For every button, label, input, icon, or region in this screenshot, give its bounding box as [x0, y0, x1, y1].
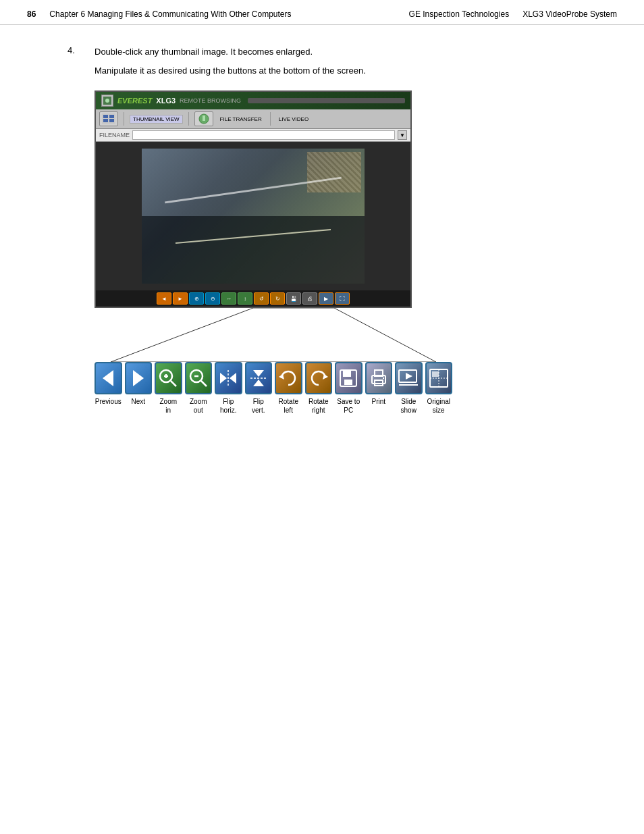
image-svg: [142, 149, 365, 284]
label-flip-vert: Flipvert.: [245, 397, 273, 415]
main-image: [142, 149, 365, 284]
thumbnail-tab[interactable]: THUMBNAIL VIEW: [130, 115, 183, 124]
xlg3-rotl-btn[interactable]: ↺: [254, 292, 269, 305]
everest-label: EVEREST: [117, 97, 152, 105]
svg-rect-39: [383, 377, 384, 379]
label-zoom-out: Zoomout: [185, 397, 213, 415]
address-input[interactable]: [132, 130, 395, 140]
step-number: 4.: [68, 45, 88, 59]
svg-line-21: [171, 381, 176, 386]
xlg3-slide-btn[interactable]: ▶: [319, 292, 333, 305]
label-next: Next: [125, 397, 153, 415]
header-bar: 86 Chapter 6 Managing Files & Communicat…: [0, 0, 644, 25]
svg-rect-11: [277, 155, 358, 209]
svg-marker-41: [406, 373, 412, 380]
xlg3-print-btn[interactable]: 🖨: [302, 292, 317, 305]
print-button[interactable]: [365, 362, 393, 394]
screenshot-area: EVEREST XLG3 REMOTE BROWSING TH: [95, 90, 452, 415]
label-previous: Previous: [95, 397, 122, 415]
next-button[interactable]: [125, 362, 153, 394]
header-right: GE Inspection Technologies XLG3 VideoPro…: [409, 9, 617, 19]
label-slide-show: Slideshow: [395, 397, 423, 415]
toolbar-sep-1: [124, 112, 124, 126]
xlg3-bottom-toolbar: ◄ ► ⊕ ⊖ ↔ ↕ ↺ ↻ 💾 🖨 ▶ ⛶: [96, 290, 410, 307]
xlg3-next-btn[interactable]: ►: [173, 292, 188, 305]
xlg3-flipv-btn[interactable]: ↕: [238, 292, 252, 305]
page-number: 86: [27, 9, 36, 19]
xlg3-zoomin-btn[interactable]: ⊕: [189, 292, 204, 305]
xlg3-titlebar: EVEREST XLG3 REMOTE BROWSING: [96, 92, 410, 109]
svg-marker-26: [230, 373, 236, 384]
svg-rect-9: [142, 216, 365, 284]
prev-button[interactable]: [95, 362, 122, 394]
svg-rect-3: [103, 115, 108, 118]
xlg3-orig-btn[interactable]: ⛶: [335, 292, 350, 305]
svg-marker-16: [103, 370, 113, 386]
label-rotate-left: Rotateleft: [275, 397, 302, 415]
expanded-toolbar: [95, 362, 452, 394]
brand-name: GE Inspection Technologies: [409, 9, 510, 19]
svg-rect-34: [343, 370, 351, 377]
step-main-text: Double-click any thumbnail image. It bec…: [95, 45, 313, 59]
label-original-size: Originalsize: [425, 397, 453, 415]
chapter-title: Chapter 6 Managing Files & Communicating…: [49, 9, 408, 19]
xlg3-image-area: [96, 142, 410, 290]
toolbar-sep-2: [188, 112, 189, 126]
flip-horiz-button[interactable]: [215, 362, 242, 394]
main-content: 4. Double-click any thumbnail image. It …: [0, 25, 644, 435]
rotate-left-button[interactable]: [275, 362, 302, 394]
file-transfer-tab[interactable]: FILE TRANSFER: [217, 115, 265, 123]
original-size-button[interactable]: [425, 362, 453, 394]
svg-marker-29: [253, 380, 264, 386]
svg-marker-25: [220, 373, 227, 384]
flip-vert-button[interactable]: [245, 362, 273, 394]
label-flip-horiz: Fliphoriz.: [215, 397, 242, 415]
file-transfer-icon[interactable]: [194, 111, 213, 126]
svg-rect-44: [432, 371, 439, 377]
svg-rect-5: [109, 115, 114, 118]
label-rotate-right: Rotateright: [305, 397, 333, 415]
svg-rect-35: [344, 380, 352, 385]
remote-label: REMOTE BROWSING: [180, 97, 241, 104]
live-video-tab[interactable]: LIVE VIDEO: [276, 115, 311, 123]
svg-marker-28: [253, 370, 264, 377]
svg-point-1: [105, 99, 109, 103]
zoom-lines-area: [95, 308, 452, 362]
xlg3-address-bar: FILENAME ▼: [96, 129, 410, 142]
svg-line-12: [111, 308, 253, 362]
label-print: Print: [365, 397, 393, 415]
slide-show-button[interactable]: [395, 362, 423, 394]
svg-rect-8: [203, 115, 205, 121]
zoom-lines-svg: [95, 308, 452, 362]
save-to-pc-button[interactable]: [335, 362, 363, 394]
label-zoom-in: Zoomin: [155, 397, 182, 415]
svg-line-13: [334, 308, 436, 362]
svg-rect-4: [103, 119, 108, 122]
address-label: FILENAME: [99, 132, 130, 138]
address-btn[interactable]: ▼: [398, 130, 407, 140]
xlg3-zoomout-btn[interactable]: ⊖: [205, 292, 220, 305]
xlg3-save-btn[interactable]: 💾: [286, 292, 301, 305]
label-save-to-pc: Save toPC: [335, 397, 363, 415]
xlg3-toolbar: THUMBNAIL VIEW FILE TRANSFER LIVE VIDEO: [96, 109, 410, 129]
svg-line-24: [201, 381, 207, 386]
xlg3-rotr-btn[interactable]: ↻: [270, 292, 285, 305]
title-filler: [248, 98, 405, 103]
step-sub-text: Manipulate it as desired using the butto…: [95, 64, 590, 78]
zoom-in-button[interactable]: [155, 362, 182, 394]
product-name: XLG3 VideoProbe System: [522, 9, 617, 19]
step-4-container: 4. Double-click any thumbnail image. It …: [68, 45, 590, 59]
button-labels-row: Previous Next Zoomin Zoomout Fliphoriz. …: [95, 397, 452, 415]
toolbar-icon-1[interactable]: [99, 111, 118, 126]
xlg3-app-window: EVEREST XLG3 REMOTE BROWSING TH: [95, 90, 412, 308]
toolbar-sep-3: [270, 112, 271, 126]
svg-rect-6: [109, 119, 114, 122]
xlg3-label: XLG3: [156, 97, 176, 105]
xlg3-fliph-btn[interactable]: ↔: [221, 292, 236, 305]
xlg3-prev-btn[interactable]: ◄: [157, 292, 171, 305]
svg-marker-17: [133, 370, 144, 386]
app-icon: [101, 95, 113, 107]
zoom-out-button[interactable]: [185, 362, 213, 394]
rotate-right-button[interactable]: [305, 362, 333, 394]
